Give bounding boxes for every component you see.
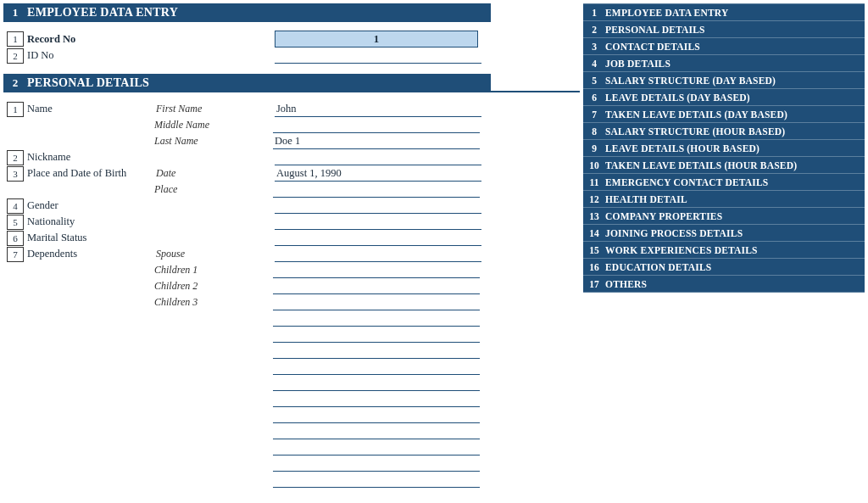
nav-item-label: SALARY STRUCTURE (HOUR BASED) — [605, 126, 785, 137]
nav-item-5[interactable]: 5SALARY STRUCTURE (DAY BASED) — [583, 72, 865, 89]
blank-row — [3, 439, 580, 455]
field-middle-name[interactable] — [273, 118, 480, 133]
sublabel-spouse: Spouse — [156, 248, 275, 260]
label-nickname: Nickname — [27, 151, 156, 164]
blank-field[interactable] — [273, 344, 480, 359]
row-birth-place: Place — [3, 182, 580, 198]
sublabel-children-1: Children 1 — [154, 264, 273, 277]
row-nickname: 2 Nickname — [3, 149, 580, 165]
label-name: Name — [27, 103, 156, 115]
label-nationality: Nationality — [27, 215, 156, 228]
blank-field[interactable] — [273, 392, 480, 407]
nav-item-num: 5 — [583, 75, 605, 86]
row-record-no: 1 Record No 1 — [3, 31, 580, 48]
field-id-no[interactable] — [275, 48, 481, 64]
section-2-header: 2 PERSONAL DETAILS — [3, 74, 491, 92]
field-birth-place[interactable] — [273, 182, 480, 198]
nav-item-2[interactable]: 2PERSONAL DETAILS — [583, 21, 865, 38]
row-birth: 3 Place and Date of Birth Date August 1,… — [3, 165, 580, 182]
blank-field[interactable] — [273, 376, 480, 391]
field-spouse[interactable] — [275, 247, 481, 262]
section-2-title: PERSONAL DETAILS — [27, 76, 149, 90]
blank-field[interactable] — [273, 360, 480, 375]
row-num-marital: 6 — [7, 231, 24, 246]
nav-item-17[interactable]: 17OTHERS — [583, 276, 865, 293]
nav-item-label: SALARY STRUCTURE (DAY BASED) — [605, 75, 776, 86]
nav-item-num: 9 — [583, 143, 605, 154]
nav-item-9[interactable]: 9LEAVE DETAILS (HOUR BASED) — [583, 140, 865, 157]
sublabel-last-name: Last Name — [154, 135, 273, 148]
section-2-rule — [491, 91, 580, 92]
field-birth-date[interactable]: August 1, 1990 — [275, 166, 481, 182]
blank-row — [3, 407, 580, 423]
nav-item-label: JOB DETAILS — [605, 59, 670, 69]
sublabel-children-2: Children 2 — [154, 280, 273, 293]
nav-item-10[interactable]: 10TAKEN LEAVE DETAILS (HOUR BASED) — [583, 157, 865, 174]
field-gender[interactable] — [275, 198, 481, 214]
row-children-1: Children 1 — [3, 262, 580, 278]
row-children-3: Children 3 — [3, 294, 580, 310]
field-nickname[interactable] — [275, 150, 481, 165]
row-name: 1 Name First Name John — [3, 101, 580, 117]
form-area: 1 EMPLOYEE DATA ENTRY 1 Record No 1 2 ID… — [3, 3, 580, 488]
label-marital: Marital Status — [27, 232, 156, 244]
nav-item-label: PERSONAL DETAILS — [605, 25, 705, 35]
row-nationality: 5 Nationality — [3, 214, 580, 230]
nav-item-7[interactable]: 7TAKEN LEAVE DETAILS (DAY BASED) — [583, 106, 865, 123]
nav-item-label: EMERGENCY CONTACT DETAILS — [605, 177, 768, 187]
nav-panel: 1EMPLOYEE DATA ENTRY2PERSONAL DETAILS3CO… — [583, 3, 865, 293]
nav-item-num: 17 — [583, 279, 605, 289]
nav-item-num: 6 — [583, 92, 605, 103]
nav-item-11[interactable]: 11EMERGENCY CONTACT DETAILS — [583, 174, 865, 191]
sublabel-middle-name: Middle Name — [154, 119, 273, 131]
row-num-birth: 3 — [7, 166, 24, 182]
sublabel-birth-date: Date — [156, 167, 275, 180]
nav-item-14[interactable]: 14JOINING PROCESS DETAILS — [583, 225, 865, 242]
blank-row — [3, 391, 580, 407]
label-record-no: Record No — [27, 33, 156, 46]
nav-item-num: 10 — [583, 160, 605, 170]
nav-item-label: WORK EXPERIENCES DETAILS — [605, 245, 758, 255]
nav-item-num: 15 — [583, 245, 605, 255]
nav-item-13[interactable]: 13COMPANY PROPERTIES — [583, 208, 865, 225]
blank-field[interactable] — [273, 456, 480, 472]
nav-item-label: EDUCATION DETAILS — [605, 262, 711, 272]
field-children-3[interactable] — [273, 295, 480, 310]
blank-row — [3, 327, 580, 343]
nav-item-15[interactable]: 15WORK EXPERIENCES DETAILS — [583, 242, 865, 259]
field-children-2[interactable] — [273, 279, 480, 294]
blank-field[interactable] — [273, 472, 480, 488]
row-num-id-no: 2 — [7, 48, 24, 64]
nav-item-num: 14 — [583, 228, 605, 238]
blank-row — [3, 455, 580, 472]
field-nationality[interactable] — [275, 215, 481, 230]
sublabel-birth-place: Place — [154, 183, 273, 196]
nav-item-8[interactable]: 8SALARY STRUCTURE (HOUR BASED) — [583, 123, 865, 140]
nav-item-16[interactable]: 16EDUCATION DETAILS — [583, 259, 865, 276]
blank-field[interactable] — [273, 408, 480, 423]
label-id-no: ID No — [27, 49, 156, 62]
blank-field[interactable] — [273, 440, 480, 455]
blank-field[interactable] — [273, 327, 480, 343]
field-children-1[interactable] — [273, 263, 480, 278]
row-middle-name: Middle Name — [3, 117, 580, 133]
nav-item-num: 13 — [583, 211, 605, 221]
field-first-name[interactable]: John — [275, 102, 481, 117]
label-birth: Place and Date of Birth — [27, 167, 156, 180]
nav-item-1[interactable]: 1EMPLOYEE DATA ENTRY — [583, 4, 865, 21]
nav-item-6[interactable]: 6LEAVE DETAILS (DAY BASED) — [583, 89, 865, 106]
field-marital[interactable] — [275, 231, 481, 246]
row-marital: 6 Marital Status — [3, 230, 580, 246]
nav-item-label: EMPLOYEE DATA ENTRY — [605, 8, 728, 18]
nav-item-3[interactable]: 3CONTACT DETAILS — [583, 38, 865, 55]
nav-item-12[interactable]: 12HEALTH DETAIL — [583, 191, 865, 208]
nav-item-num: 4 — [583, 59, 605, 69]
row-last-name: Last Name Doe 1 — [3, 133, 580, 149]
field-last-name[interactable]: Doe 1 — [273, 134, 480, 149]
nav-item-num: 7 — [583, 109, 605, 120]
blank-field[interactable] — [273, 424, 480, 439]
blank-field[interactable] — [273, 311, 480, 327]
field-record-no[interactable]: 1 — [275, 31, 478, 48]
nav-item-label: COMPANY PROPERTIES — [605, 211, 722, 221]
nav-item-4[interactable]: 4JOB DETAILS — [583, 55, 865, 72]
